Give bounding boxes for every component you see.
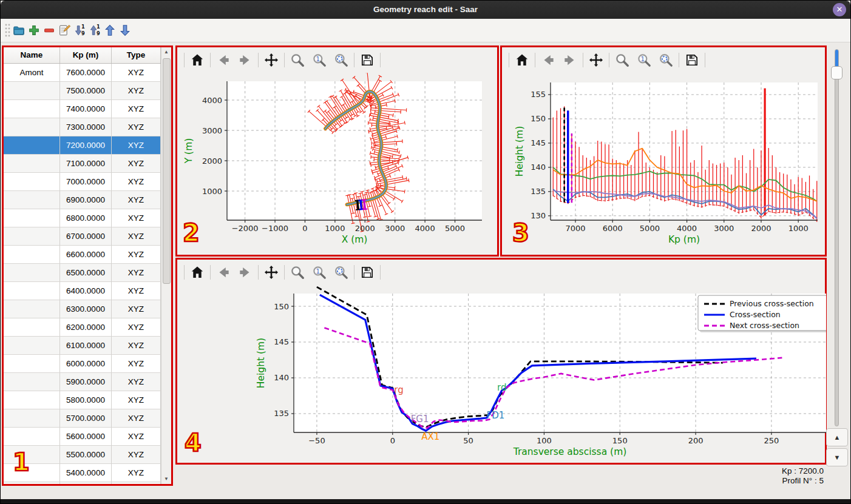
open-button[interactable]	[12, 23, 26, 38]
scroll-up-icon[interactable]: ▲	[161, 47, 171, 57]
cell-name	[4, 428, 60, 446]
mpl-pan-button[interactable]	[587, 51, 605, 69]
plan-plot[interactable]: −2000−1000010002000300040005000100020003…	[178, 73, 498, 255]
header-name[interactable]: Name	[4, 47, 60, 63]
table-row[interactable]: 5600.0000XYZ	[4, 428, 161, 446]
plan-ylabel: Y (m)	[183, 138, 194, 164]
cross-section-plot-toolbar: 1	[177, 260, 825, 285]
mpl-home-button[interactable]	[513, 51, 531, 69]
cell-type: XYZ	[112, 318, 161, 337]
mpl-home-button[interactable]	[188, 51, 206, 69]
header-type[interactable]: Type	[112, 47, 161, 63]
title-bar[interactable]: Geometry reach edit - Saar ✕	[1, 1, 850, 19]
profile-up-button[interactable]: ▲	[826, 428, 848, 446]
toolbar-drag-handle[interactable]	[4, 22, 11, 38]
sort-descending-button[interactable]: 19	[87, 23, 102, 38]
cell-kp: 5400.0000	[60, 464, 112, 482]
long-profile-plot[interactable]: 7000600050004000300020001000130135140145…	[503, 73, 826, 255]
table-row[interactable]: 5900.0000XYZ	[4, 373, 161, 391]
table-row[interactable]: 6700.0000XYZ	[4, 227, 161, 246]
table-row[interactable]: Amont7600.0000XYZ	[4, 64, 161, 82]
mpl-forward-button[interactable]	[236, 51, 254, 69]
table-row[interactable]: 7100.0000XYZ	[4, 155, 161, 173]
cell-type: XYZ	[112, 209, 161, 227]
mpl-zoom-button[interactable]	[613, 51, 631, 69]
mpl-pan-button[interactable]	[262, 51, 280, 69]
long-profile-figure[interactable]: 7000600050004000300020001000130135140145…	[503, 73, 826, 257]
mpl-zoom-fit-button[interactable]	[332, 263, 350, 281]
mpl-save-button[interactable]	[358, 263, 376, 281]
mpl-save-button[interactable]	[683, 51, 701, 69]
close-button[interactable]: ✕	[833, 3, 846, 16]
cross-section-figure[interactable]: −50050100150200250135140145150Transverse…	[178, 285, 826, 465]
table-row[interactable]: 6000.0000XYZ	[4, 355, 161, 373]
sort-ascending-button[interactable]: 19	[72, 23, 87, 38]
table-row[interactable]: 5700.0000XYZ	[4, 409, 161, 428]
mpl-forward-button[interactable]	[561, 51, 579, 69]
cell-type: XYZ	[112, 136, 161, 155]
plan-view-figure[interactable]: −2000−1000010002000300040005000100020003…	[178, 73, 498, 257]
table-row[interactable]: 6300.0000XYZ	[4, 300, 161, 318]
zoom-fit-icon	[333, 264, 349, 280]
table-scrollbar-thumb[interactable]	[163, 58, 171, 284]
profile-slider-track[interactable]	[835, 49, 839, 426]
table-row[interactable]: 7300.0000XYZ	[4, 118, 161, 136]
cell-name	[4, 373, 60, 391]
table-row[interactable]: 7400.0000XYZ	[4, 100, 161, 118]
mpl-forward-button[interactable]	[236, 263, 254, 281]
cell-kp: 6800.0000	[60, 209, 112, 227]
move-up-button[interactable]	[103, 23, 117, 38]
scroll-down-icon[interactable]: ▼	[161, 474, 171, 484]
mpl-back-button[interactable]	[214, 51, 232, 69]
cell-name	[4, 136, 60, 155]
remove-profile-button[interactable]	[42, 23, 56, 38]
cell-type: XYZ	[112, 464, 161, 482]
mpl-zoom-fit-button[interactable]	[332, 51, 350, 69]
reach-table[interactable]: Name Kp (m) Type Amont7600.0000XYZ7500.0…	[4, 47, 161, 484]
cell-type: XYZ	[112, 82, 161, 100]
table-row[interactable]: 6800.0000XYZ	[4, 209, 161, 227]
profile-down-button[interactable]: ▼	[826, 448, 848, 466]
table-row[interactable]: 5800.0000XYZ	[4, 391, 161, 409]
mpl-back-button[interactable]	[539, 51, 557, 69]
move-down-button[interactable]	[118, 23, 132, 38]
add-profile-button[interactable]	[27, 23, 41, 38]
table-row[interactable]: 7500.0000XYZ	[4, 82, 161, 100]
profile-slider-thumb[interactable]	[831, 66, 843, 79]
mpl-zoom-one-button[interactable]: 1	[310, 51, 328, 69]
mpl-pan-button[interactable]	[262, 263, 280, 281]
table-row-selected[interactable]: 7200.0000XYZ	[4, 136, 161, 155]
mpl-zoom-button[interactable]	[288, 263, 307, 281]
table-row[interactable]: 5300.0000XYZ	[4, 482, 161, 484]
table-row[interactable]: 6500.0000XYZ	[4, 264, 161, 282]
table-row[interactable]: 6900.0000XYZ	[4, 191, 161, 209]
mpl-zoom-fit-button[interactable]	[657, 51, 675, 69]
back-icon	[215, 52, 231, 68]
table-row[interactable]: 6100.0000XYZ	[4, 337, 161, 355]
table-scrollbar[interactable]: ▲ ▼	[161, 47, 171, 484]
table-row[interactable]: 7000.0000XYZ	[4, 173, 161, 191]
toolbar-separator	[583, 53, 583, 67]
toolbar-separator	[509, 53, 509, 67]
table-row[interactable]: 6600.0000XYZ	[4, 246, 161, 264]
mpl-home-button[interactable]	[188, 263, 206, 281]
edit-profile-button[interactable]	[57, 23, 72, 38]
mpl-save-button[interactable]	[358, 51, 376, 69]
main-toolbar-buttons: 1919	[11, 23, 132, 38]
svg-text:3000: 3000	[385, 224, 405, 233]
mpl-back-button[interactable]	[214, 263, 232, 281]
folder-icon	[12, 24, 25, 37]
cell-type: XYZ	[112, 64, 161, 82]
header-kp[interactable]: Kp (m)	[60, 47, 112, 63]
mpl-zoom-one-button[interactable]: 1	[635, 51, 653, 69]
table-row[interactable]: 6400.0000XYZ	[4, 282, 161, 300]
mpl-zoom-one-button[interactable]: 1	[310, 263, 328, 281]
cross-section-plot[interactable]: −50050100150200250135140145150Transverse…	[178, 285, 826, 462]
mpl-zoom-button[interactable]	[288, 51, 307, 69]
cell-type: XYZ	[112, 191, 161, 209]
svg-text:150: 150	[274, 302, 289, 311]
svg-text:3000: 3000	[202, 126, 222, 135]
table-row[interactable]: 6200.0000XYZ	[4, 318, 161, 337]
svg-text:1: 1	[316, 55, 320, 62]
cell-kp: 5600.0000	[60, 428, 112, 446]
